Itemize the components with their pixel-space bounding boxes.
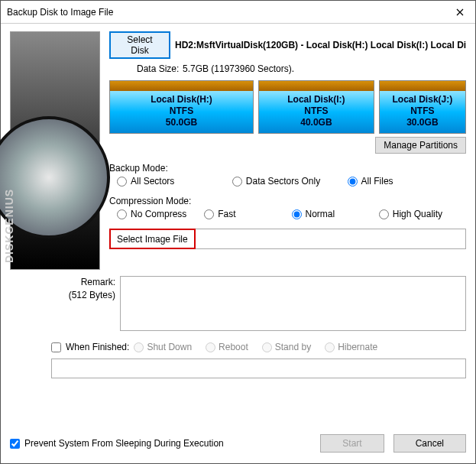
radio-normal[interactable]: Normal bbox=[292, 209, 379, 219]
radio-fast[interactable]: Fast bbox=[204, 209, 291, 219]
prevent-sleep-checkbox[interactable]: Prevent System From Sleeping During Exec… bbox=[10, 438, 224, 449]
backup-mode-label: Backup Mode: bbox=[109, 163, 466, 174]
radio-hibernate[interactable]: Hibernate bbox=[325, 342, 377, 352]
partition-map: Local Disk(H:) NTFS 50.0GB Local Disk(I:… bbox=[109, 80, 466, 134]
dialog-backup-disk: Backup Disk to Image File DISKGENIUS Sel… bbox=[0, 0, 476, 464]
radio-shutdown[interactable]: Shut Down bbox=[134, 342, 192, 352]
data-size-label: Data Size: bbox=[137, 63, 183, 74]
radio-data-sectors[interactable]: Data Sectors Only bbox=[232, 176, 348, 187]
window-title: Backup Disk to Image File bbox=[7, 7, 113, 18]
compression-mode-group: No Compress Fast Normal High Quality bbox=[109, 209, 466, 219]
data-size-value: 5.7GB (11973960 Sectors). bbox=[183, 63, 294, 74]
radio-reboot[interactable]: Reboot bbox=[206, 342, 248, 352]
backup-mode-group: All Sectors Data Sectors Only All Files bbox=[109, 176, 466, 187]
remark-sublabel: (512 Bytes) bbox=[51, 289, 115, 302]
partition-h[interactable]: Local Disk(H:) NTFS 50.0GB bbox=[109, 80, 254, 134]
radio-all-files[interactable]: All Files bbox=[348, 176, 463, 187]
remark-textarea[interactable] bbox=[120, 276, 466, 331]
compression-mode-label: Compression Mode: bbox=[109, 196, 466, 206]
radio-all-sectors[interactable]: All Sectors bbox=[117, 176, 232, 187]
radio-no-compress[interactable]: No Compress bbox=[117, 209, 204, 219]
selected-disk-label: HD2:MsftVirtualDisk(120GB) - Local Disk(… bbox=[175, 40, 466, 50]
start-button[interactable]: Start bbox=[320, 434, 384, 453]
select-disk-button[interactable]: Select Disk bbox=[109, 31, 170, 59]
partition-i[interactable]: Local Disk(I:) NTFS 40.0GB bbox=[258, 80, 374, 134]
disk-illustration: DISKGENIUS bbox=[10, 31, 100, 270]
radio-high-quality[interactable]: High Quality bbox=[379, 209, 466, 219]
when-finished-command-input[interactable] bbox=[51, 359, 466, 378]
brand-label: DISKGENIUS bbox=[3, 189, 15, 263]
partition-j[interactable]: Local Disk(J:) NTFS 30.0GB bbox=[379, 80, 466, 134]
image-file-path-input[interactable] bbox=[196, 229, 466, 249]
titlebar: Backup Disk to Image File bbox=[1, 1, 475, 24]
manage-partitions-button[interactable]: Manage Partitions bbox=[375, 137, 466, 154]
radio-standby[interactable]: Stand by bbox=[262, 342, 311, 352]
close-button[interactable] bbox=[445, 1, 475, 24]
when-finished-checkbox[interactable]: When Finished: bbox=[51, 342, 129, 352]
select-image-file-button[interactable]: Select Image File bbox=[109, 229, 196, 249]
close-icon bbox=[456, 8, 464, 16]
remark-label: Remark: bbox=[51, 276, 115, 289]
cancel-button[interactable]: Cancel bbox=[393, 434, 466, 453]
